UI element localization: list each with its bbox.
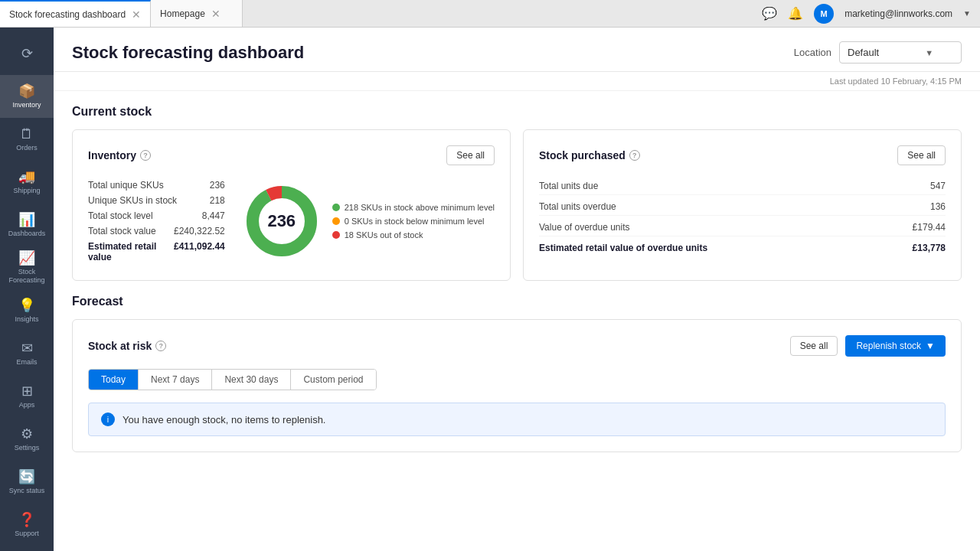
legend-dot-green <box>332 204 340 211</box>
stat-total-unique-skus: Total unique SKUs 236 <box>88 178 225 193</box>
stock-at-risk-info-icon[interactable]: ? <box>155 341 166 351</box>
home-icon: ⟳ <box>21 47 33 60</box>
sidebar-item-label: Settings <box>15 444 40 452</box>
sidebar: ⟳ 📦 Inventory 🗒 Orders 🚚 Shipping 📊 Dash… <box>0 28 54 551</box>
location-label: Location <box>794 47 831 58</box>
stat-estimated-retail-overdue: Estimated retail value of overdue units … <box>539 240 946 256</box>
page-header: Stock forecasting dashboard Location Def… <box>54 28 980 72</box>
location-dropdown[interactable]: Default ▼ <box>839 41 962 64</box>
sidebar-item-apps[interactable]: ⊞ Apps <box>0 375 54 418</box>
sidebar-item-label: Sync status <box>9 487 45 495</box>
forecast-title: Forecast <box>72 295 962 308</box>
apps-icon: ⊞ <box>21 384 33 398</box>
stock-at-risk-card: Stock at risk ? See all Replenish stock … <box>72 319 962 452</box>
settings-icon: ⚙ <box>21 427 33 441</box>
last-updated: Last updated 10 February, 4:15 PM <box>54 72 980 91</box>
stat-estimated-retail-value: Estimated retail value £411,092.44 <box>88 239 225 265</box>
purchased-stats: Total units due 547 Total units overdue … <box>539 178 946 256</box>
sync-icon: 🔄 <box>18 470 35 484</box>
sidebar-item-inventory[interactable]: 📦 Inventory <box>0 75 54 118</box>
tab-close-icon[interactable]: ✕ <box>132 9 141 20</box>
tab-label: Stock forecasting dashboard <box>9 9 126 20</box>
content-area: Stock forecasting dashboard Location Def… <box>54 28 980 551</box>
stock-forecasting-icon: 📈 <box>18 251 35 265</box>
user-email: marketing@linnworks.com <box>844 8 952 19</box>
tab-label: Homepage <box>160 8 205 19</box>
current-stock-title: Current stock <box>72 105 962 119</box>
forecast-section: Forecast Stock at risk ? See all Repleni… <box>54 295 980 466</box>
orders-icon: 🗒 <box>20 127 34 141</box>
dashboards-icon: 📊 <box>18 213 35 227</box>
sidebar-item-label: Insights <box>15 315 38 324</box>
shipping-icon: 🚚 <box>18 170 35 184</box>
tab-stock-forecasting[interactable]: Stock forecasting dashboard ✕ <box>0 0 151 27</box>
inventory-card-title: Inventory <box>88 149 136 161</box>
legend-item-out: 18 SKUs out of stock <box>332 230 495 240</box>
bell-icon[interactable]: 🔔 <box>788 6 803 21</box>
period-tab-30days[interactable]: Next 30 days <box>212 370 291 390</box>
inventory-icon: 📦 <box>18 84 35 98</box>
dropdown-arrow-icon: ▼ <box>925 48 933 57</box>
stock-purchased-card: Stock purchased ? See all Total units du… <box>523 129 962 281</box>
sidebar-item-orders[interactable]: 🗒 Orders <box>0 118 54 161</box>
enough-stock-text: You have enough stock, no items to reple… <box>122 414 325 425</box>
inventory-card: Inventory ? See all Total unique SKUs 23… <box>72 129 511 281</box>
purchased-info-icon[interactable]: ? <box>629 150 640 161</box>
location-selector: Location Default ▼ <box>794 41 962 64</box>
info-circle-icon: i <box>101 412 115 426</box>
sidebar-item-stock-forecasting[interactable]: 📈 Stock Forecasting <box>0 246 54 289</box>
sidebar-item-label: Shipping <box>13 187 40 195</box>
sidebar-item-label: Emails <box>16 358 37 367</box>
donut-chart: 236 <box>243 183 320 259</box>
sidebar-item-label: Stock Forecasting <box>3 268 51 285</box>
inventory-stats: Total unique SKUs 236 Unique SKUs in sto… <box>88 178 225 265</box>
donut-number: 236 <box>267 211 296 231</box>
support-icon: ❓ <box>18 513 35 527</box>
inventory-see-all-button[interactable]: See all <box>446 145 495 165</box>
legend-item-above: 218 SKUs in stock above minimum level <box>332 203 495 212</box>
chevron-down-icon[interactable]: ▼ <box>963 9 971 18</box>
sidebar-item-label: Inventory <box>12 101 41 109</box>
stat-total-units-due: Total units due 547 <box>539 178 946 195</box>
forecast-actions: See all Replenish stock ▼ <box>790 335 946 357</box>
sidebar-item-settings[interactable]: ⚙ Settings <box>0 418 54 461</box>
sidebar-item-dashboards[interactable]: 📊 Dashboards <box>0 204 54 246</box>
chat-icon[interactable]: 💬 <box>762 6 777 21</box>
stat-total-stock-level: Total stock level 8,447 <box>88 208 225 223</box>
sidebar-item-label: Dashboards <box>8 230 46 238</box>
sidebar-item-emails[interactable]: ✉ Emails <box>0 332 54 375</box>
period-tabs: Today Next 7 days Next 30 days Custom pe… <box>88 369 377 390</box>
forecast-header: Stock at risk ? See all Replenish stock … <box>88 335 946 357</box>
stat-value-overdue-units: Value of overdue units £179.44 <box>539 219 946 236</box>
purchased-card-title: Stock purchased <box>539 149 626 161</box>
donut-area: 236 218 SKUs in stock above minimum leve… <box>243 183 495 259</box>
replenish-stock-button[interactable]: Replenish stock ▼ <box>845 335 946 357</box>
enough-stock-message: i You have enough stock, no items to rep… <box>88 403 946 436</box>
period-tab-custom[interactable]: Custom period <box>291 370 375 390</box>
donut-legend: 218 SKUs in stock above minimum level 0 … <box>332 203 495 240</box>
sidebar-item-label: Orders <box>16 144 38 152</box>
inventory-info-icon[interactable]: ? <box>140 150 151 161</box>
purchased-see-all-button[interactable]: See all <box>897 145 946 165</box>
sidebar-item-shipping[interactable]: 🚚 Shipping <box>0 161 54 204</box>
forecast-see-all-button[interactable]: See all <box>790 336 838 356</box>
tab-bar: Stock forecasting dashboard ✕ Homepage ✕… <box>0 0 980 28</box>
tab-homepage[interactable]: Homepage ✕ <box>151 0 243 27</box>
avatar: M <box>814 4 834 24</box>
stat-total-stock-value: Total stock value £240,322.52 <box>88 223 225 239</box>
stat-total-units-overdue: Total units overdue 136 <box>539 198 946 216</box>
sidebar-item-home[interactable]: ⟳ <box>0 32 54 75</box>
location-value: Default <box>848 47 879 58</box>
sidebar-item-sync-status[interactable]: 🔄 Sync status <box>6 461 48 504</box>
legend-dot-orange <box>332 217 340 225</box>
period-tab-7days[interactable]: Next 7 days <box>139 370 212 390</box>
period-tab-today[interactable]: Today <box>89 370 139 390</box>
sidebar-item-label: Support <box>15 530 39 538</box>
sidebar-item-insights[interactable]: 💡 Insights <box>0 289 54 332</box>
page-title: Stock forecasting dashboard <box>72 43 304 63</box>
tab-close-icon[interactable]: ✕ <box>211 8 220 19</box>
insights-icon: 💡 <box>18 298 35 312</box>
replenish-chevron-icon: ▼ <box>926 341 935 351</box>
sidebar-item-support[interactable]: ❓ Support <box>6 504 48 546</box>
stat-unique-skus-in-stock: Unique SKUs in stock 218 <box>88 193 225 208</box>
